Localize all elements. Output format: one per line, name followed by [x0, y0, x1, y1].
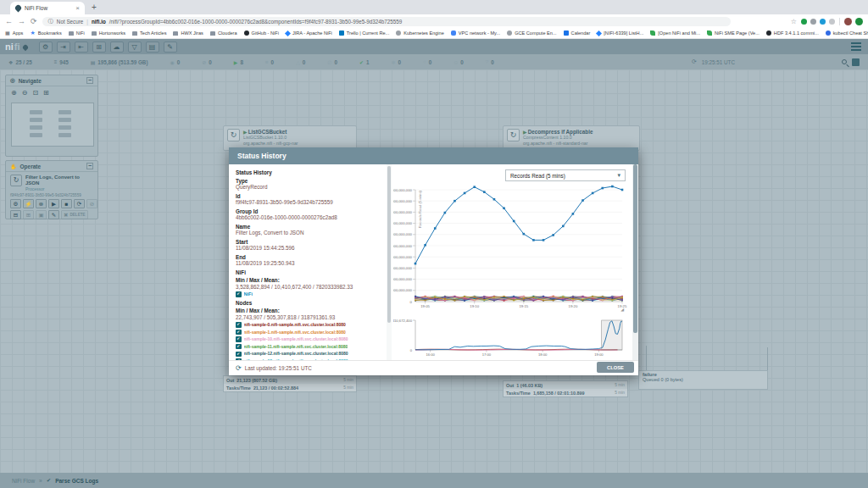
bookmark-item[interactable]: Tech Articles: [132, 30, 166, 36]
zoom-fit-button[interactable]: ⊡: [32, 89, 38, 97]
svg-text:3,000,000,000: 3,000,000,000: [393, 266, 413, 270]
bookmark-star-icon[interactable]: ☆: [791, 18, 797, 25]
node-series-checkbox[interactable]: ✔nifi-sample-11.nifi-sample.nifi.svc.clu…: [236, 344, 380, 350]
dialog-scrollbar[interactable]: [632, 164, 638, 360]
close-button[interactable]: CLOSE: [597, 362, 634, 373]
checkbox-icon[interactable]: ✔: [236, 336, 242, 342]
circle-icon: [244, 30, 249, 36]
input-port-icon[interactable]: ⇥: [57, 42, 70, 53]
zoom-actual-button[interactable]: ⊞: [43, 89, 49, 97]
collapse-icon[interactable]: −: [86, 77, 93, 84]
checkbox-icon[interactable]: ✔: [236, 322, 242, 328]
not-transmitting-icon: ⊘: [202, 59, 206, 65]
extension-gray-icon[interactable]: [829, 19, 835, 25]
bookmark-item[interactable]: Kubernetes Engine: [396, 30, 444, 36]
info-icon[interactable]: ⓘ: [48, 18, 53, 25]
node-series-checkbox[interactable]: ✔nifi-sample-1.nifi-sample.nifi.svc.clus…: [236, 330, 380, 336]
status-history-chart[interactable]: 1,000,000,0002,000,000,0003,000,000,0004…: [393, 183, 631, 312]
processor-icon[interactable]: ⚙: [39, 42, 53, 53]
nodes-minmax-label: Min / Max / Mean:: [236, 308, 380, 314]
profile-maroon[interactable]: [844, 18, 852, 25]
profile-green[interactable]: [855, 18, 863, 25]
resize-handle-icon[interactable]: ◢: [620, 307, 624, 312]
label-icon[interactable]: ✎: [164, 42, 177, 53]
refresh-icon[interactable]: ⟳: [692, 58, 697, 65]
overview-brush-chart[interactable]: 10,410,672,400016:0017:0018:0019:00: [393, 315, 631, 359]
bookmark-item[interactable]: NiFi SME Page (Ve...: [707, 30, 760, 36]
reload-button[interactable]: ⟳: [31, 17, 37, 25]
funnel-icon[interactable]: ▽: [128, 42, 142, 53]
bookmark-item[interactable]: GCE Compute En...: [507, 30, 556, 36]
output-port-icon[interactable]: ⇤: [75, 42, 88, 53]
bookmark-item[interactable]: [Open NiFi and Mi...: [650, 30, 700, 36]
connection-label-failure[interactable]: failure Queued 0 (0 bytes): [638, 370, 768, 390]
bookmark-item[interactable]: ▦Apps: [5, 30, 23, 36]
forward-button[interactable]: →: [18, 17, 25, 25]
remote-process-group-icon[interactable]: ☁: [110, 42, 124, 53]
breadcrumb-current[interactable]: Parse GCS Logs: [55, 478, 98, 484]
processor-name: Decompress if Applicable: [528, 129, 593, 135]
process-group-icon[interactable]: ⊞: [92, 42, 106, 53]
nifi-series-checkbox[interactable]: ✔ NiFi: [236, 291, 380, 297]
copy-button[interactable]: ⊟: [10, 210, 21, 219]
bookmark-item[interactable]: Calendar: [564, 30, 591, 36]
bookmark-item[interactable]: VPC network - My...: [451, 30, 500, 36]
bookmark-item[interactable]: GitHub - NiFi: [244, 30, 279, 36]
zoom-in-button[interactable]: ⊕: [11, 89, 17, 97]
birdseye-minimap[interactable]: [11, 103, 94, 147]
node-series-checkbox[interactable]: ✔nifi-sample-12.nifi-sample.nifi.svc.clu…: [236, 351, 380, 357]
processor-stats-left[interactable]: Out21,123 (807.52 GB)5 minTasks/Time21,1…: [223, 375, 357, 392]
extension-docker-icon[interactable]: [820, 19, 826, 25]
bookmark-item[interactable]: HWX Jiras: [173, 30, 203, 36]
zoom-out-button[interactable]: ⊖: [22, 89, 28, 97]
stop-button[interactable]: ■: [61, 199, 72, 208]
detail-field: End11/08/2019 19:25:50.943: [236, 254, 380, 267]
metric-dropdown[interactable]: Records Read (5 mins) ▾: [505, 169, 626, 181]
checkbox-icon[interactable]: ✔: [236, 352, 242, 358]
run-strategy-button[interactable]: ⟳: [74, 199, 85, 208]
circle-icon: [396, 30, 401, 36]
bookmark-item[interactable]: ★Bookmarks: [30, 30, 61, 36]
address-bar[interactable]: ⓘ Not Secure | nifi.io/nifi/?processGrou…: [42, 17, 731, 26]
invalid-icon: △: [296, 59, 300, 65]
template-icon[interactable]: ▤: [146, 42, 159, 53]
bookmark-item[interactable]: Cloudera: [210, 30, 237, 36]
svg-text:4,000,000,000: 4,000,000,000: [393, 255, 413, 259]
breadcrumb-root[interactable]: NiFi Flow: [12, 478, 35, 484]
bookmark-item[interactable]: [NIFI-6339] ListH...: [597, 30, 643, 36]
extension-leaf-icon[interactable]: [801, 19, 807, 25]
processor-stats-right[interactable]: Out1 (46.03 KB)5 minTasks/Time1,685,158 …: [503, 380, 628, 397]
color-button[interactable]: ✎: [48, 210, 59, 219]
bookmark-item[interactable]: Hortonworks: [92, 30, 125, 36]
bookmark-item[interactable]: HDF 3.4.1.1 commi...: [766, 30, 819, 36]
enable-button[interactable]: ⚡: [23, 199, 34, 208]
active-threads-count: 945: [59, 59, 69, 65]
search-icon[interactable]: [842, 59, 847, 64]
svg-text:0: 0: [410, 348, 413, 352]
bookmark-item[interactable]: NiFi: [69, 30, 85, 36]
start-button[interactable]: ▶: [48, 199, 59, 208]
node-series-checkbox[interactable]: ✔nifi-sample-10.nifi-sample.nifi.svc.clu…: [236, 336, 380, 342]
bookmark-item[interactable]: Trello | Current Re...: [339, 30, 389, 36]
node-series-checkbox[interactable]: ✔nifi-sample-0.nifi-sample.nifi.svc.clus…: [236, 322, 380, 328]
stat-label: Out: [506, 383, 514, 388]
folder-icon: [69, 31, 74, 36]
configure-button[interactable]: ⚙: [10, 199, 21, 208]
bookmark-item[interactable]: kubectl Cheat She...: [826, 30, 868, 36]
new-tab-button[interactable]: +: [92, 3, 97, 12]
menu-icon[interactable]: [849, 41, 863, 53]
collapse-icon[interactable]: −: [86, 163, 93, 169]
disable-button[interactable]: ⊗: [36, 199, 47, 208]
tab-close-icon[interactable]: ×: [75, 4, 80, 12]
bookmarks-bar: ▦Apps★BookmarksNiFiHortonworksTech Artic…: [0, 28, 868, 39]
extension-cube-icon[interactable]: [810, 19, 816, 25]
refresh-icon[interactable]: ⟳: [236, 364, 242, 372]
checkbox-icon[interactable]: ✔: [236, 344, 242, 350]
svg-text:9,000,000,000: 9,000,000,000: [393, 199, 413, 203]
checkbox-icon[interactable]: ✔: [236, 291, 242, 297]
checkbox-icon[interactable]: ✔: [236, 330, 242, 336]
bookmark-item[interactable]: JIRA - Apache NiFi: [286, 30, 332, 36]
back-button[interactable]: ←: [5, 17, 13, 25]
browser-tab[interactable]: NiFi Flow ×: [10, 2, 85, 14]
statusbar-action-button[interactable]: [852, 58, 860, 66]
